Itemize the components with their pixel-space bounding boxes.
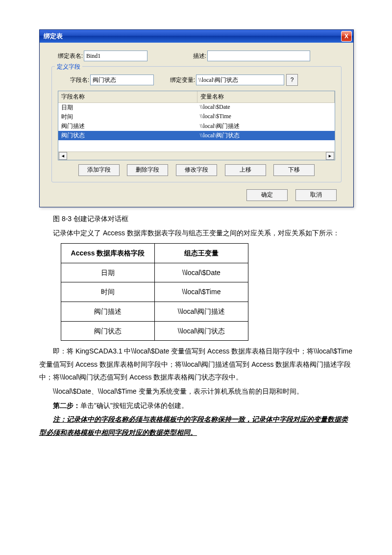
field-name-label: 字段名:: [58, 76, 90, 84]
move-down-button[interactable]: 下移: [273, 164, 315, 176]
cell-var: \\local\阀门状态: [197, 131, 243, 140]
cell-field: 阀门状态: [58, 131, 197, 140]
close-icon: X: [344, 33, 348, 40]
fieldset-legend: 定义字段: [55, 63, 82, 71]
bind-table-dialog: 绑定表 X 绑定表名: 描述: 定义字段 字段名: 绑定变量:: [39, 29, 354, 207]
delete-field-button[interactable]: 删除字段: [127, 164, 168, 176]
table-row: 阀门状态\\local\阀门状态: [61, 321, 248, 341]
th-king-var: 组态王变量: [155, 244, 248, 263]
listview-hscrollbar[interactable]: ◄ ►: [58, 151, 335, 160]
td-field: 阀门状态: [61, 321, 155, 341]
step2-paragraph: 第二步：单击"确认"按钮完成记录体的创建。: [39, 399, 353, 412]
ok-button[interactable]: 确定: [246, 189, 288, 201]
scroll-left-icon[interactable]: ◄: [59, 152, 67, 160]
cell-var: \\local\$Time: [197, 112, 234, 122]
field-name-input[interactable]: [90, 75, 154, 85]
close-button[interactable]: X: [341, 31, 352, 42]
table-row: 日期\\local\$Date: [61, 263, 248, 282]
desc-label: 描述:: [147, 52, 207, 60]
sysvar-paragraph: \\local\$Date、\\local\$Time 变量为系统变量，表示计算…: [39, 385, 353, 398]
note-label: 注：: [53, 415, 67, 423]
note-paragraph: 注：记录体中的字段名称必须与表格模板中的字段名称保持一致，记录体中字段对应的变量…: [39, 413, 353, 439]
listview-body: 日期 \\local\$Date 时间 \\local\$Time 阀门描述 \…: [58, 103, 335, 151]
desc-input[interactable]: [207, 50, 310, 61]
dialog-body: 绑定表名: 描述: 定义字段 字段名: 绑定变量: ?: [40, 43, 353, 207]
list-row-selected[interactable]: 阀门状态 \\local\阀门状态: [58, 131, 335, 140]
scroll-right-icon[interactable]: ►: [326, 152, 334, 160]
bind-var-input[interactable]: [196, 75, 284, 85]
fields-listview[interactable]: 字段名称 变量名称 日期 \\local\$Date 时间 \\local\$T…: [58, 91, 335, 160]
dialog-titlebar[interactable]: 绑定表 X: [40, 30, 353, 43]
list-row[interactable]: 日期 \\local\$Date: [58, 103, 335, 112]
td-field: 阀门描述: [61, 302, 155, 321]
listview-header: 字段名称 变量名称: [58, 91, 335, 103]
help-button[interactable]: ?: [286, 74, 298, 86]
bind-name-input[interactable]: [84, 50, 147, 61]
add-field-button[interactable]: 添加字段: [78, 164, 120, 176]
list-row[interactable]: 阀门描述 \\local\阀门描述: [58, 122, 335, 131]
table-row: 阀门描述\\local\阀门描述: [61, 302, 248, 321]
td-var: \\local\$Time: [155, 282, 248, 302]
explain-paragraph: 即：将 KingSCADA3.1 中\\local\$Date 变量值写到 Ac…: [39, 345, 353, 384]
mapping-table: Access 数据库表格字段 组态王变量 日期\\local\$Date 时间\…: [61, 243, 248, 341]
document-text: 图 8-3 创建记录体对话框 记录体中定义了 Access 数据库数据表字段与组…: [39, 212, 353, 439]
dialog-bottom-row: 确定 取消: [51, 189, 342, 201]
step2-text: 单击"确认"按钮完成记录体的创建。: [80, 402, 188, 409]
note-text: 记录体中的字段名称必须与表格模板中的字段名称保持一致，记录体中字段对应的变量数据…: [39, 415, 348, 436]
dialog-title: 绑定表: [44, 32, 63, 41]
td-var: \\local\$Date: [155, 263, 248, 282]
td-var: \\local\阀门描述: [155, 302, 248, 321]
modify-field-button[interactable]: 修改字段: [176, 164, 217, 176]
header-field-name[interactable]: 字段名称: [58, 91, 197, 102]
header-var-name[interactable]: 变量名称: [197, 91, 335, 102]
td-field: 日期: [61, 263, 155, 282]
move-up-button[interactable]: 上移: [225, 164, 266, 176]
bind-var-label: 绑定变量:: [154, 76, 196, 84]
define-fields-fieldset: 定义字段 字段名: 绑定变量: ? 字段名称 变量名称: [51, 66, 342, 182]
cancel-button[interactable]: 取消: [295, 189, 337, 201]
td-var: \\local\阀门状态: [155, 321, 248, 341]
figure-caption: 图 8-3 创建记录体对话框: [39, 212, 353, 226]
cell-var: \\local\阀门描述: [197, 122, 243, 131]
cell-field: 时间: [58, 112, 197, 122]
cell-field: 日期: [58, 103, 197, 112]
th-access-field: Access 数据库表格字段: [61, 244, 155, 263]
td-field: 时间: [61, 282, 155, 302]
intro-paragraph: 记录体中定义了 Access 数据库数据表字段与组态王变量之间的对应关系，对应关…: [39, 227, 353, 240]
table-row: 时间\\local\$Time: [61, 282, 248, 302]
table-header-row: Access 数据库表格字段 组态王变量: [61, 244, 248, 263]
bind-name-label: 绑定表名:: [51, 52, 84, 60]
cell-var: \\local\$Date: [197, 103, 233, 112]
help-icon: ?: [291, 76, 294, 83]
step2-label: 第二步：: [53, 402, 80, 409]
field-action-row: 添加字段 删除字段 修改字段 上移 下移: [58, 164, 335, 176]
list-row[interactable]: 时间 \\local\$Time: [58, 112, 335, 122]
cell-field: 阀门描述: [58, 122, 197, 131]
